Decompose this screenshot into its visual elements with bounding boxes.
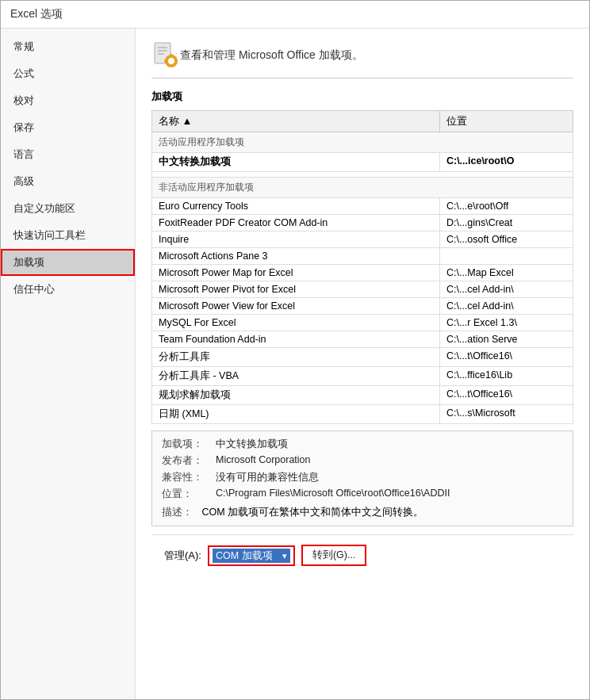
manage-select-wrapper[interactable]: COM 加载项Excel 加载项禁用项目 <box>208 545 295 566</box>
group-header-active: 活动应用程序加载项 <box>152 132 573 153</box>
sidebar-item-trustcenter[interactable]: 信任中心 <box>1 276 135 303</box>
section-title: 加载项 <box>151 90 573 104</box>
table-row[interactable]: Microsoft Actions Pane 3 <box>152 248 573 265</box>
sidebar-item-proofing[interactable]: 校对 <box>1 87 135 114</box>
sidebar: 常规公式校对保存语言高级自定义功能区快速访问工具栏加载项信任中心 <box>1 29 136 699</box>
table-row[interactable]: MySQL For ExcelC:\...r Excel 1.3\ <box>152 315 573 331</box>
info-desc-row: 描述： COM 加载项可在繁体中文和简体中文之间转换。 <box>162 506 563 519</box>
info-addin-value: 中文转换加载项 <box>216 438 288 451</box>
dialog-titlebar: Excel 选项 <box>1 1 589 29</box>
info-publisher-row: 发布者： Microsoft Corporation <box>162 454 563 468</box>
table-row[interactable]: Microsoft Power Map for ExcelC:\...Map E… <box>152 265 573 281</box>
bottom-bar: 管理(A): COM 加载项Excel 加载项禁用项目 转到(G)... <box>151 534 573 576</box>
manage-dropdown[interactable]: COM 加载项Excel 加载项禁用项目 <box>213 549 290 563</box>
svg-rect-9 <box>175 60 178 63</box>
col-name-header: 名称 ▲ <box>152 111 440 132</box>
dialog-body: 常规公式校对保存语言高级自定义功能区快速访问工具栏加载项信任中心 <box>1 29 589 699</box>
group-header-inactive: 非活动应用程序加载项 <box>152 178 573 198</box>
spacer-row <box>152 172 573 178</box>
addins-icon <box>151 41 180 70</box>
info-location-label: 位置： <box>162 488 209 501</box>
excel-options-dialog: Excel 选项 常规公式校对保存语言高级自定义功能区快速访问工具栏加载项信任中… <box>0 0 590 700</box>
info-compat-label: 兼容性： <box>162 471 209 484</box>
sidebar-item-save[interactable]: 保存 <box>1 114 135 141</box>
table-row[interactable]: 日期 (XML)C:\...s\Microsoft <box>152 405 573 424</box>
info-publisher-label: 发布者： <box>162 454 209 468</box>
header-title: 查看和管理 Microsoft Office 加载项。 <box>180 48 363 63</box>
svg-rect-6 <box>170 54 173 56</box>
dialog-title: Excel 选项 <box>10 7 63 20</box>
info-addin-row: 加载项： 中文转换加载项 <box>162 438 563 451</box>
sidebar-item-formula[interactable]: 公式 <box>1 60 135 87</box>
table-row[interactable]: Team Foundation Add-inC:\...ation Serve <box>152 331 573 348</box>
goto-button[interactable]: 转到(G)... <box>301 545 366 566</box>
info-publisher-value: Microsoft Corporation <box>216 454 311 468</box>
sidebar-item-advanced[interactable]: 高级 <box>1 168 135 195</box>
info-location-value: C:\Program Files\Microsoft Office\root\O… <box>216 488 450 501</box>
sidebar-item-language[interactable]: 语言 <box>1 141 135 168</box>
table-row[interactable]: 规划求解加载项C:\...t\Office16\ <box>152 386 573 405</box>
info-desc-label: 描述： <box>162 507 193 518</box>
table-row[interactable]: 分析工具库C:\...t\Office16\ <box>152 348 573 367</box>
info-section: 加载项： 中文转换加载项 发布者： Microsoft Corporation … <box>151 430 573 526</box>
info-addin-label: 加载项： <box>162 438 209 451</box>
manage-label: 管理(A): <box>164 549 201 563</box>
table-row[interactable]: Microsoft Power Pivot for ExcelC:\...cel… <box>152 281 573 298</box>
table-row[interactable]: 中文转换加载项C:\...ice\root\O <box>152 153 573 172</box>
header-section: 查看和管理 Microsoft Office 加载项。 <box>151 41 573 78</box>
sidebar-item-customize[interactable]: 自定义功能区 <box>1 195 135 222</box>
svg-point-5 <box>168 58 174 64</box>
sidebar-item-addins[interactable]: 加载项 <box>1 249 135 276</box>
sidebar-item-general[interactable]: 常规 <box>1 33 135 60</box>
info-compat-row: 兼容性： 没有可用的兼容性信息 <box>162 471 563 484</box>
svg-rect-8 <box>164 60 167 63</box>
sidebar-item-quickaccess[interactable]: 快速访问工具栏 <box>1 222 135 249</box>
table-row[interactable]: Microsoft Power View for ExcelC:\...cel … <box>152 298 573 315</box>
table-row[interactable]: Euro Currency ToolsC:\...e\root\Off <box>152 198 573 215</box>
col-location-header: 位置 <box>439 111 573 132</box>
table-row[interactable]: FoxitReader PDF Creator COM Add-inD:\...… <box>152 215 573 231</box>
info-desc-value: COM 加载项可在繁体中文和简体中文之间转换。 <box>201 507 423 518</box>
info-location-row: 位置： C:\Program Files\Microsoft Office\ro… <box>162 488 563 501</box>
table-row[interactable]: InquireC:\...osoft Office <box>152 231 573 248</box>
main-content: 查看和管理 Microsoft Office 加载项。 加载项 名称 ▲ 位置 … <box>136 29 589 699</box>
info-compat-value: 没有可用的兼容性信息 <box>216 471 319 484</box>
addins-table: 名称 ▲ 位置 活动应用程序加载项中文转换加载项C:\...ice\root\O… <box>151 110 573 424</box>
svg-rect-7 <box>170 65 173 67</box>
table-row[interactable]: 分析工具库 - VBAC:\...ffice16\Lib <box>152 367 573 386</box>
